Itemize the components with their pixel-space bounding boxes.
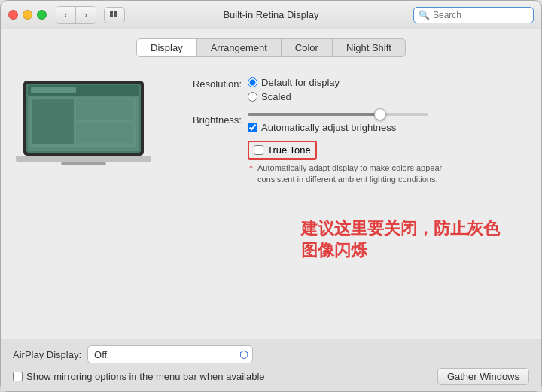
tab-color[interactable]: Color	[282, 39, 333, 56]
titlebar: ‹ › Built-in Retina Display 🔍	[1, 1, 541, 29]
macbook-icon	[16, 77, 151, 175]
arrow-annotation: ↑ Automatically adapt display to make co…	[248, 160, 446, 186]
resolution-label: Resolution:	[166, 77, 242, 90]
resolution-row: Resolution: Default for display Scaled	[166, 77, 526, 102]
resolution-default-row: Default for display	[248, 77, 340, 88]
true-tone-hint: Automatically adapt display to make colo…	[257, 163, 446, 186]
svg-rect-10	[32, 99, 74, 144]
window-title: Built-in Retina Display	[223, 9, 318, 20]
airplay-select-wrap: Off On ⬡	[87, 345, 253, 363]
tab-group: Display Arrangement Color Night Shift	[136, 38, 406, 57]
window-buttons	[8, 10, 47, 20]
maximize-button[interactable]	[37, 10, 47, 20]
svg-rect-8	[31, 87, 76, 93]
tabs-container: Display Arrangement Color Night Shift	[16, 38, 526, 57]
close-button[interactable]	[8, 10, 18, 20]
brightness-slider[interactable]	[248, 113, 428, 116]
search-icon: 🔍	[419, 10, 430, 20]
search-box[interactable]: 🔍	[413, 7, 534, 23]
airplay-select[interactable]: Off On	[87, 345, 253, 363]
auto-brightness-label[interactable]: Automatically adjust brightness	[261, 122, 396, 133]
mirror-label[interactable]: Show mirroring options in the menu bar w…	[26, 371, 265, 382]
svg-rect-3	[114, 14, 117, 17]
true-tone-section: True Tone ↑ Automatically adapt display …	[248, 141, 446, 186]
minimize-button[interactable]	[23, 10, 32, 20]
true-tone-checkbox[interactable]	[254, 145, 263, 155]
forward-button[interactable]: ›	[76, 7, 96, 23]
airplay-label: AirPlay Display:	[13, 349, 81, 360]
main-window: ‹ › Built-in Retina Display 🔍 Display Ar…	[0, 0, 542, 392]
resolution-controls: Default for display Scaled	[248, 77, 340, 102]
resolution-default-radio[interactable]	[248, 77, 257, 87]
svg-rect-0	[110, 11, 113, 14]
display-thumbnail	[16, 77, 151, 182]
resolution-scaled-label[interactable]: Scaled	[261, 91, 291, 102]
resolution-scaled-row: Scaled	[248, 91, 340, 102]
svg-rect-14	[61, 162, 106, 165]
tab-display[interactable]: Display	[137, 39, 197, 56]
true-tone-label[interactable]: True Tone	[267, 144, 311, 156]
brightness-row: Brightness: Automatically adjust brightn…	[166, 113, 526, 186]
settings-panel: Resolution: Default for display Scaled	[166, 69, 526, 339]
brightness-slider-wrap	[248, 113, 446, 116]
gather-windows-button[interactable]: Gather Windows	[437, 368, 529, 385]
mirror-checkbox[interactable]	[13, 372, 23, 381]
tab-arrangement[interactable]: Arrangement	[197, 39, 282, 56]
search-input[interactable]	[433, 10, 528, 20]
svg-rect-11	[76, 99, 133, 120]
resolution-scaled-radio[interactable]	[248, 92, 257, 102]
bottom-bar: AirPlay Display: Off On ⬡ Show mirroring…	[1, 339, 541, 391]
svg-rect-1	[114, 11, 117, 14]
auto-brightness-checkbox[interactable]	[248, 123, 257, 132]
tab-night-shift[interactable]: Night Shift	[333, 39, 405, 56]
resolution-default-label[interactable]: Default for display	[261, 77, 340, 88]
grid-button[interactable]	[104, 7, 125, 23]
brightness-label: Brightness:	[166, 113, 242, 126]
arrow-icon: ↑	[248, 161, 254, 177]
auto-brightness-row: Automatically adjust brightness	[248, 122, 446, 133]
back-button[interactable]: ‹	[56, 7, 76, 23]
svg-rect-2	[110, 14, 113, 17]
grid-icon	[109, 10, 120, 20]
true-tone-wrap: True Tone	[248, 141, 317, 160]
nav-buttons: ‹ ›	[56, 6, 96, 24]
svg-rect-12	[76, 123, 133, 143]
mirror-label-wrap: Show mirroring options in the menu bar w…	[13, 371, 265, 382]
brightness-controls: Automatically adjust brightness True Ton…	[248, 113, 446, 186]
mirror-row: Show mirroring options in the menu bar w…	[13, 368, 529, 385]
settings-body: Resolution: Default for display Scaled	[16, 69, 526, 339]
svg-rect-13	[16, 156, 151, 162]
content-area: Display Arrangement Color Night Shift	[1, 29, 541, 339]
airplay-row: AirPlay Display: Off On ⬡	[13, 345, 529, 363]
